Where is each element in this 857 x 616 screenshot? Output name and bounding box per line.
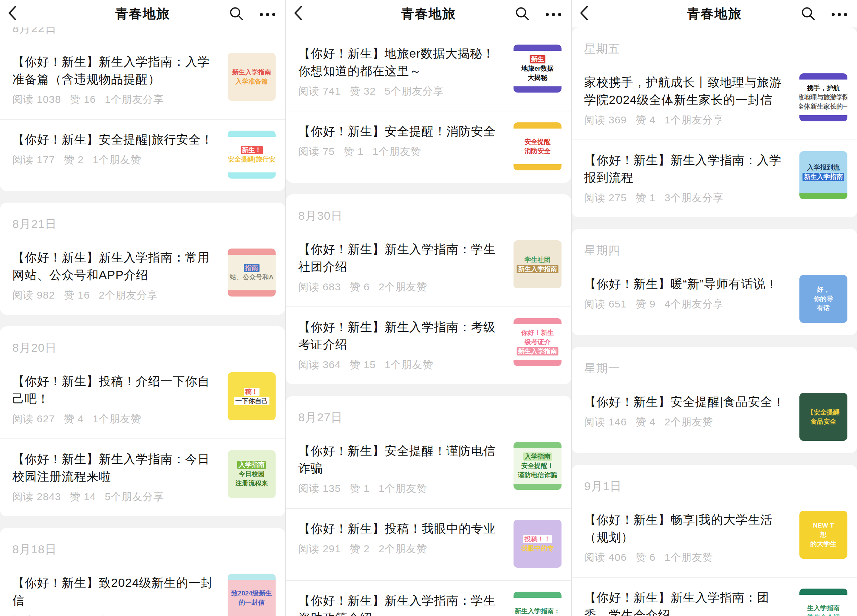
article-thumbnail: 携手，护航致地理与旅游学院全体新生家长的一 xyxy=(800,73,848,121)
article-item[interactable]: 【你好！新生】投稿！介绍一下你自己吧！阅读 627赞 41个朋友赞稿！一下你自己 xyxy=(0,361,285,438)
search-button[interactable] xyxy=(800,6,817,23)
share-count: 1个朋友赞 xyxy=(385,358,433,372)
article-item[interactable]: 【你好！新生】新生入学指南：入学准备篇（含违规物品提醒）阅读 1038赞 161… xyxy=(0,42,285,119)
thumbnail-body: 致2024级新生的一封信 xyxy=(227,580,275,616)
thumbnail-body: 好，你的导有话 xyxy=(800,275,848,323)
article-text: 【你好！新生】新生入学指南：今日校园注册流程来啦阅读 2843赞 145个朋友分… xyxy=(12,450,217,504)
article-item[interactable]: 【你好！新生】新生入学指南：考级考证介绍阅读 364赞 151个朋友赞你好！新生… xyxy=(286,306,571,384)
search-button[interactable] xyxy=(228,6,245,23)
article-stats: 阅读 406赞 61个朋友赞 xyxy=(584,551,789,565)
article-text: 【你好！新生】致2024级新生的一封信阅读 734赞 71个朋友赞 xyxy=(12,574,217,616)
thumbnail-bottom-stripe xyxy=(227,290,275,297)
article-text: 【你好！新生】新生入学指南：学生资助政策介绍阅读 246赞 31个朋友分享 xyxy=(298,592,503,616)
read-count: 阅读 734 xyxy=(12,614,55,616)
thumbnail-body: 投稿！！我眼中的专 xyxy=(514,520,562,568)
day-card: 8月30日【你好！新生】新生入学指南：学生社团介绍阅读 683赞 62个朋友赞学… xyxy=(286,194,571,384)
article-item[interactable]: 【你好！新生】畅享|我的大学生活（规划）阅读 406赞 61个朋友赞NEW T想… xyxy=(572,500,857,577)
stitched-screenshots: { "app_title": "青春地旅", "colors": { "head… xyxy=(0,0,857,616)
date-label: 8月21日 xyxy=(0,203,285,238)
article-text: 【你好！新生】安全提醒|旅行安全！阅读 177赞 21个朋友赞 xyxy=(12,131,217,167)
article-text: 【你好！新生】新生入学指南：入学准备篇（含违规物品提醒）阅读 1038赞 161… xyxy=(12,53,217,107)
article-item[interactable]: 【你好！新生】安全提醒！谨防电信诈骗阅读 135赞 11个朋友赞入学指南安全提醒… xyxy=(286,431,571,508)
article-item[interactable]: 【你好！新生】新生入学指南：今日校园注册流程来啦阅读 2843赞 145个朋友分… xyxy=(0,438,285,516)
thumbnail-text: 新生入学指南： xyxy=(514,607,562,615)
search-button[interactable] xyxy=(514,6,531,23)
thumbnail-body: 新生！安全提醒|旅行安 xyxy=(227,137,275,172)
thumbnail-text: 新生入学指南 xyxy=(517,347,558,356)
more-button[interactable] xyxy=(258,6,277,23)
article-item[interactable]: 家校携手，护航成长丨致地理与旅游学院2024级全体新生家长的一封信阅读 369赞… xyxy=(572,62,857,139)
article-item[interactable]: 【你好！新生】投稿！我眼中的专业阅读 291赞 22个朋友赞投稿！！我眼中的专 xyxy=(286,508,571,580)
thumbnail-bottom-stripe xyxy=(514,360,562,366)
article-item[interactable]: 【你好！新生】安全提醒！消防安全阅读 75赞 11个朋友赞安全提醒消防安全 xyxy=(286,111,571,183)
more-dots-icon xyxy=(272,13,275,16)
article-item[interactable]: 【你好！新生】安全提醒|旅行安全！阅读 177赞 21个朋友赞新生！安全提醒|旅… xyxy=(0,119,285,191)
article-item[interactable]: 【你好！新生】致2024级新生的一封信阅读 734赞 71个朋友赞致2024级新… xyxy=(0,563,285,616)
article-thumbnail: 新生入学指南：学生资助政策介绍 xyxy=(514,592,562,616)
card-separator xyxy=(286,384,571,396)
day-card: 8月22日【你好！新生】新生入学指南：入学准备篇（含违规物品提醒）阅读 1038… xyxy=(0,28,285,191)
thumbnail-text: 携手，护航 xyxy=(806,84,841,92)
read-count: 阅读 291 xyxy=(298,542,341,556)
thumbnail-text: 消防安全 xyxy=(523,147,552,155)
thumbnail-body: 携手，护航致地理与旅游学院全体新生家长的一 xyxy=(800,79,848,115)
article-item[interactable]: 【你好！新生】安全提醒|食品安全！阅读 146赞 42个朋友赞【安全提醒食品安全 xyxy=(572,382,857,453)
article-thumbnail: 【安全提醒食品安全 xyxy=(800,393,848,441)
thumbnail-bottom-stripe xyxy=(227,172,275,179)
article-item[interactable]: 【你好！新生】新生入学指南：学生资助政策介绍阅读 246赞 31个朋友分享新生入… xyxy=(286,580,571,616)
thumbnail-text: 致2024级新生 xyxy=(230,589,273,597)
screenshot-panel: 青春地旅8月22日【你好！新生】新生入学指南：入学准备篇（含违规物品提醒）阅读 … xyxy=(0,0,285,616)
read-count: 阅读 651 xyxy=(584,297,627,311)
search-icon xyxy=(801,6,816,23)
share-count: 1个朋友赞 xyxy=(93,614,141,616)
article-item[interactable]: 【你好！新生】暖“新”导师有话说！阅读 651赞 94个朋友分享好，你的导有话 xyxy=(572,264,857,335)
read-count: 阅读 406 xyxy=(584,551,627,565)
article-item[interactable]: 【你好！新生】地旅er数据大揭秘！你想知道的都在这里～阅读 741赞 325个朋… xyxy=(286,28,571,111)
article-title: 【你好！新生】安全提醒！谨防电信诈骗 xyxy=(298,442,503,477)
thumbnail-text: 注册流程来 xyxy=(234,479,269,488)
thumbnail-text: NEW T xyxy=(811,522,835,529)
article-thumbnail: 学生社团新生入学指南 xyxy=(514,240,562,288)
thumbnail-text: 新生入学指南 xyxy=(803,173,844,181)
thumbnail-text: 大揭秘 xyxy=(526,74,549,82)
more-button[interactable] xyxy=(829,6,849,23)
more-dots-icon xyxy=(558,13,561,16)
like-count: 赞 1 xyxy=(350,481,370,496)
thumbnail-text: 全体新生家长的一 xyxy=(800,102,848,111)
share-count: 2个朋友赞 xyxy=(379,542,427,556)
share-count: 2个朋友赞 xyxy=(664,415,713,429)
article-stats: 阅读 741赞 325个朋友分享 xyxy=(298,84,503,98)
day-card: 8月18日【你好！新生】致2024级新生的一封信阅读 734赞 71个朋友赞致2… xyxy=(0,528,285,616)
article-title: 家校携手，护航成长丨致地理与旅游学院2024级全体新生家长的一封信 xyxy=(584,73,789,108)
article-list: 【你好！新生】地旅er数据大揭秘！你想知道的都在这里～阅读 741赞 325个朋… xyxy=(286,28,571,616)
article-item[interactable]: 【你好！新生】新生入学指南：团委、学生会介绍阅读 474赞 91个朋友赞生入学指… xyxy=(572,577,857,616)
more-dots-icon xyxy=(260,13,263,16)
card-separator xyxy=(572,217,857,229)
article-thumbnail: 安全提醒消防安全 xyxy=(514,122,562,170)
thumbnail-top-stripe xyxy=(227,249,275,255)
thumbnail-text: 的大学生 xyxy=(809,540,838,548)
day-card: 8月20日【你好！新生】投稿！介绍一下你自己吧！阅读 627赞 41个朋友赞稿！… xyxy=(0,327,285,516)
article-thumbnail: 入学报到流新生入学指南 xyxy=(800,151,848,199)
more-dots-icon xyxy=(838,13,841,16)
like-count: 赞 6 xyxy=(636,551,656,565)
like-count: 赞 16 xyxy=(70,93,96,107)
article-item[interactable]: 【你好！新生】新生入学指南：入学报到流程阅读 275赞 13个朋友分享入学报到流… xyxy=(572,139,857,217)
share-count: 1个朋友赞 xyxy=(93,412,141,426)
like-count: 赞 16 xyxy=(64,288,90,302)
article-title: 【你好！新生】投稿！我眼中的专业 xyxy=(298,520,503,537)
article-item[interactable]: 【你好！新生】新生入学指南：常用网站、公众号和APP介绍阅读 982赞 162个… xyxy=(0,238,285,315)
search-icon xyxy=(515,6,530,23)
thumbnail-body: 入学指南今日校园注册流程来 xyxy=(227,450,275,498)
article-item[interactable]: 【你好！新生】新生入学指南：学生社团介绍阅读 683赞 62个朋友赞学生社团新生… xyxy=(286,229,571,306)
card-separator xyxy=(0,315,285,327)
read-count: 阅读 275 xyxy=(584,191,627,205)
article-stats: 阅读 275赞 13个朋友分享 xyxy=(584,191,789,205)
screenshot-panel: 青春地旅星期五家校携手，护航成长丨致地理与旅游学院2024级全体新生家长的一封信… xyxy=(572,0,857,616)
more-button[interactable] xyxy=(544,6,563,23)
article-stats: 阅读 651赞 94个朋友分享 xyxy=(584,297,789,311)
thumbnail-text: 新生入学指南 xyxy=(517,265,558,273)
article-thumbnail: 致2024级新生的一封信 xyxy=(227,574,275,616)
thumbnail-body: 你好！新生级考证介新生入学指南 xyxy=(514,324,562,360)
article-text: 【你好！新生】投稿！介绍一下你自己吧！阅读 627赞 41个朋友赞 xyxy=(12,372,217,426)
